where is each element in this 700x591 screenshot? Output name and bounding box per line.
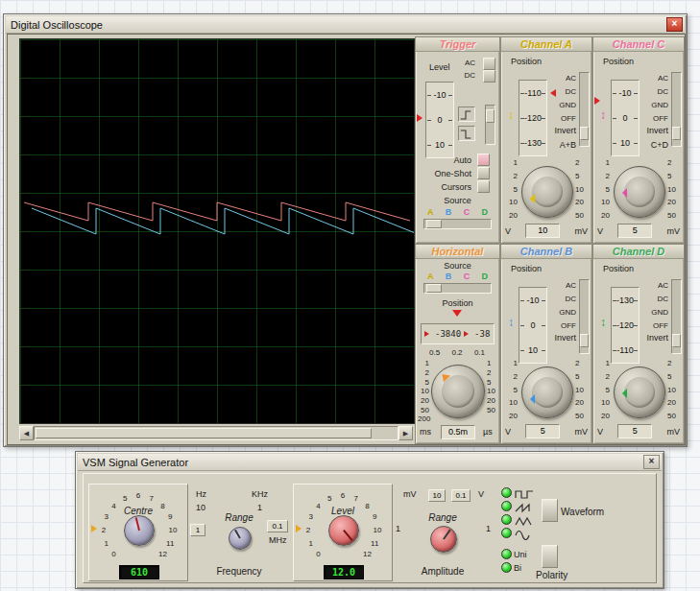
channel-c-trace	[24, 202, 410, 221]
coupling-dc-label: DC	[640, 85, 668, 99]
centre-knob[interactable]	[124, 515, 155, 546]
unit-us: µs	[483, 427, 493, 437]
channel-d-gain-knob[interactable]	[614, 366, 665, 418]
trigger-title: Trigger	[416, 37, 499, 52]
knob-needle	[443, 530, 450, 540]
channel-a-coupling-selector[interactable]	[579, 72, 590, 147]
dial-scale-number: 10	[169, 526, 178, 534]
scroll-left-button[interactable]: ◀	[19, 426, 34, 440]
oscilloscope-titlebar[interactable]: Digital Oscilloscope ×	[6, 16, 685, 34]
scale-number: 20	[575, 198, 591, 206]
position-label: Position	[511, 264, 542, 273]
siggen-close-button[interactable]: ×	[643, 455, 660, 469]
scrollbar-track[interactable]	[34, 426, 398, 440]
horizontal-readout: -3840 -38	[421, 323, 495, 344]
channel-b-coupling-selector[interactable]	[579, 279, 590, 354]
channel-d-position-marker[interactable]: ↕	[600, 318, 606, 327]
screen-scrollbar[interactable]: ◀ ▶	[19, 426, 413, 440]
source-channel-b: B	[446, 207, 452, 217]
horizontal-source-slider[interactable]	[423, 283, 492, 294]
trigger-dc-button[interactable]	[483, 70, 495, 83]
mhz-label: MHz	[269, 535, 287, 545]
waveform-button[interactable]	[542, 499, 558, 522]
level-readout: 12.0	[324, 565, 364, 579]
scale-number: 1	[514, 359, 518, 367]
readout-arrow-icon	[464, 331, 471, 337]
polarity-button[interactable]	[542, 545, 558, 568]
scrollbar-thumb[interactable]	[36, 428, 372, 438]
scale-number: 2	[667, 359, 683, 367]
channel-c-coupling-selector[interactable]	[671, 72, 682, 147]
trigger-source-slider[interactable]	[423, 219, 492, 229]
trigger-ac-button[interactable]	[483, 58, 495, 70]
siggen-titlebar[interactable]: VSM Signal Generator ×	[78, 454, 662, 471]
channel-a-position-marker[interactable]: ↕	[508, 110, 514, 120]
horizontal-source-channels: A B C D	[423, 272, 492, 281]
knob-needle	[135, 517, 140, 531]
scale-number: 20	[487, 396, 498, 405]
coupling-selector-handle[interactable]	[580, 127, 589, 140]
channel-a-gain-knob[interactable]	[521, 166, 573, 218]
source-slider-handle[interactable]	[426, 220, 442, 228]
amp-scale-right: 1	[486, 524, 491, 533]
dial-scale-number: 0	[316, 550, 320, 558]
frequency-range-group: Hz KHz 10 1 1 0.1 MHz Range Frequency	[188, 484, 290, 579]
trigger-source-channels: A B C D	[423, 207, 492, 217]
channel-b-position-slider[interactable]: -10 0 10	[519, 287, 547, 364]
channel-c-position-marker[interactable]: ↕	[600, 110, 606, 120]
amp-box-10: 10	[428, 489, 446, 502]
level-knob[interactable]	[328, 515, 359, 546]
frequency-range-knob[interactable]	[229, 527, 252, 550]
horizontal-position-marker[interactable]	[452, 310, 462, 321]
trigger-level-slider[interactable]: -10 0 10	[425, 82, 454, 158]
knob-pointer	[525, 194, 535, 203]
trigger-one-shot-button[interactable]	[477, 167, 490, 179]
trigger-level-marker[interactable]	[417, 114, 426, 122]
trigger-level-label: Level	[429, 62, 450, 72]
coupling-selector-handle[interactable]	[580, 334, 589, 347]
bi-led	[501, 562, 512, 573]
trigger-edge-selector[interactable]	[485, 105, 495, 145]
channel-c-gain-knob[interactable]	[614, 166, 665, 218]
scale-number: 5	[606, 386, 610, 394]
channel-b-gain-knob[interactable]	[521, 366, 573, 418]
trigger-cursors-button[interactable]	[477, 180, 490, 193]
slider-value: -10	[612, 81, 639, 106]
trigger-auto-button[interactable]	[477, 154, 490, 166]
channel-d-scale-v: 1 2 5 10 20	[596, 359, 610, 420]
v-label: V	[478, 489, 484, 499]
signal-generator-window: VSM Signal Generator × 0123456789101112 …	[75, 451, 664, 589]
source-slider-handle[interactable]	[426, 284, 442, 293]
unit-ms: ms	[420, 427, 431, 437]
timebase-200-label: 200	[418, 414, 430, 423]
scale-number: 20	[601, 211, 610, 220]
source-channel-d: D	[481, 207, 488, 217]
channel-b-position-marker[interactable]: ↕	[508, 318, 514, 327]
source-channel-a: A	[427, 272, 434, 281]
oscilloscope-close-button[interactable]: ×	[666, 17, 683, 32]
coupling-selector-handle[interactable]	[672, 334, 681, 347]
coupling-ac-label: AC	[640, 72, 668, 85]
scale-number: 5	[514, 386, 518, 394]
channel-d-scale-mv: 2 5 10 20 50	[667, 359, 683, 420]
coupling-selector-handle[interactable]	[672, 127, 681, 140]
channel-d-position-slider[interactable]: -130 -120 -110	[611, 287, 640, 364]
amp-scale-left: 1	[396, 524, 400, 533]
slider-value: -120	[519, 106, 546, 130]
timebase-knob[interactable]	[431, 365, 485, 418]
edge-selector-handle[interactable]	[486, 109, 495, 123]
dial-scale-number: 1	[309, 538, 313, 547]
channel-d-coupling-selector[interactable]	[671, 279, 682, 354]
scroll-right-button[interactable]: ▶	[398, 426, 413, 440]
scale-number: 10	[601, 398, 610, 407]
channel-b-scale-v: 1 2 5 10 20	[504, 359, 518, 420]
slider-value: 10	[519, 338, 546, 363]
level-group: 0123456789101112 Level 12.0	[293, 484, 393, 581]
dial-scale-number: 6	[136, 491, 140, 500]
centre-readout: 610	[119, 565, 159, 579]
horizontal-position-label: Position	[416, 298, 499, 308]
amplitude-range-knob[interactable]	[430, 526, 457, 553]
scale-number: 10	[509, 398, 518, 407]
channel-c-scale-mv: 2 5 10 20 50	[667, 158, 683, 220]
amp-range-label: Range	[392, 512, 494, 523]
